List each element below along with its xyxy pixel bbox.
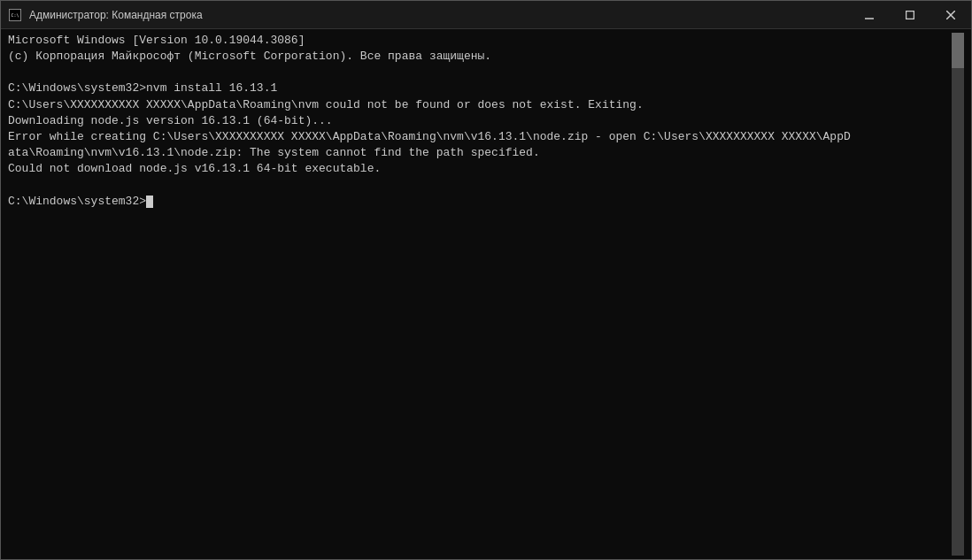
line-6: Downloading node.js version 16.13.1 (64-… — [8, 113, 952, 129]
title-bar: Администратор: Командная строка — [1, 1, 971, 29]
minimize-button[interactable] — [849, 1, 890, 29]
line-9 — [8, 178, 952, 194]
line-4: C:\Windows\system32>nvm install 16.13.1 — [8, 81, 952, 96]
window-title: Администратор: Командная строка — [29, 9, 203, 21]
cursor — [146, 196, 153, 208]
title-bar-controls — [849, 1, 971, 29]
line-3 — [8, 65, 952, 81]
scrollbar-thumb[interactable] — [952, 33, 964, 68]
scrollbar[interactable] — [952, 33, 964, 556]
title-bar-left: Администратор: Командная строка — [8, 8, 203, 22]
line-7: Error while creating C:\Users\XXXXXXXXXX… — [8, 129, 952, 161]
close-button[interactable] — [930, 1, 971, 29]
cmd-window: Администратор: Командная строка Microsof… — [0, 0, 972, 560]
line-2: (c) Корпорация Майкрософт (Microsoft Cor… — [8, 49, 952, 65]
console-area[interactable]: Microsoft Windows [Version 10.0.19044.30… — [1, 29, 971, 559]
restore-button[interactable] — [890, 1, 930, 29]
cmd-icon — [8, 8, 22, 22]
line-1: Microsoft Windows [Version 10.0.19044.30… — [8, 33, 952, 49]
console-content: Microsoft Windows [Version 10.0.19044.30… — [8, 33, 952, 556]
line-8: Could not download node.js v16.13.1 64-b… — [8, 161, 952, 177]
line-10: C:\Windows\system32> — [8, 194, 952, 210]
svg-rect-1 — [906, 11, 914, 19]
line-5: C:\Users\XXXXXXXXXX XXXXX\AppData\Roamin… — [8, 97, 952, 113]
